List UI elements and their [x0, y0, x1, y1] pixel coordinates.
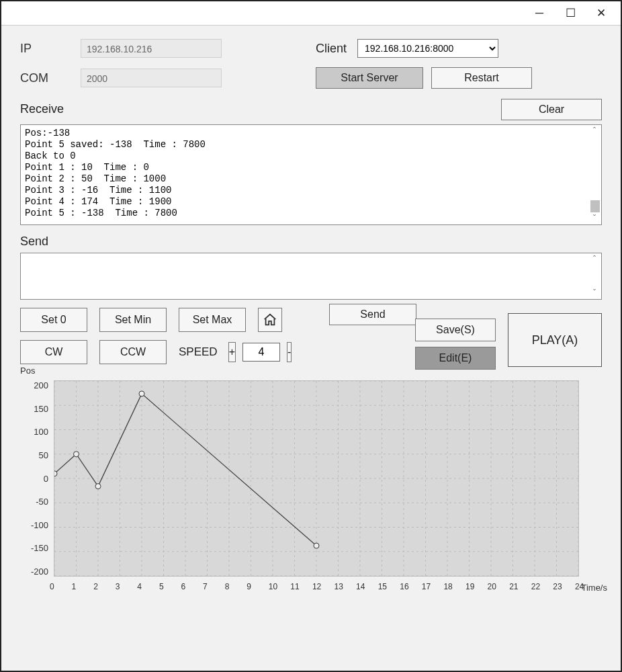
scroll-thumb[interactable] [590, 200, 600, 212]
button-bar: Send Set 0 Set Min Set Max CW CCW SPEED … [20, 308, 602, 364]
clear-button[interactable]: Clear [501, 99, 602, 120]
svg-point-38 [314, 543, 319, 548]
svg-point-36 [95, 484, 101, 489]
receive-scrollbar[interactable]: ˆ ˇ [588, 125, 601, 224]
send-label: Send [20, 235, 602, 249]
home-icon [263, 312, 277, 327]
send-box: ˆ ˇ [20, 253, 602, 300]
restart-button[interactable]: Restart [431, 67, 532, 89]
save-edit-stack: Save(S) Edit(E) [415, 319, 496, 370]
cw-button[interactable]: CW [20, 340, 87, 364]
send-textarea[interactable] [21, 253, 588, 299]
com-label: COM [20, 71, 81, 85]
content-area: IP 192.168.10.216 Client 192.168.10.216:… [1, 26, 621, 671]
minimize-button[interactable]: ─ [524, 3, 555, 24]
client-select[interactable]: 192.168.10.216:8000 [357, 39, 498, 58]
chart-plot [54, 380, 579, 577]
com-field: 2000 [81, 69, 222, 87]
left-button-grid: Set 0 Set Min Set Max CW CCW SPEED + - [20, 308, 285, 364]
receive-label: Receive [20, 102, 64, 116]
titlebar: ─ ☐ ✕ [1, 1, 621, 26]
set-max-button[interactable]: Set Max [179, 308, 246, 332]
chart-yticks: 200150100500-50-100-150-200 [20, 380, 48, 577]
edit-button[interactable]: Edit(E) [415, 347, 496, 370]
scroll-up-icon[interactable]: ˆ [593, 255, 596, 264]
svg-point-35 [74, 452, 79, 457]
scroll-down-icon[interactable]: ˇ [593, 214, 596, 223]
chart-ylabel: Pos [20, 366, 35, 376]
start-server-button[interactable]: Start Server [316, 67, 423, 89]
play-button[interactable]: PLAY(A) [508, 313, 602, 367]
row-ip-client: IP 192.168.10.216 Client 192.168.10.216:… [20, 39, 602, 58]
send-scrollbar[interactable]: ˆ ˇ [588, 253, 601, 299]
app-window: ─ ☐ ✕ IP 192.168.10.216 Client 192.168.1… [0, 0, 622, 672]
chart: Pos 200150100500-50-100-150-200 01234567… [20, 378, 602, 593]
speed-label: SPEED [179, 345, 218, 359]
ccw-button[interactable]: CCW [99, 340, 167, 364]
maximize-button[interactable]: ☐ [555, 3, 586, 24]
svg-point-34 [54, 471, 57, 476]
speed-group: SPEED + - [179, 342, 285, 362]
svg-point-37 [139, 391, 144, 396]
close-button[interactable]: ✕ [586, 3, 617, 24]
receive-box: ˆ ˇ [20, 124, 602, 225]
home-button[interactable] [258, 308, 282, 332]
save-button[interactable]: Save(S) [415, 319, 496, 341]
chart-svg [54, 381, 578, 576]
set-min-button[interactable]: Set Min [99, 308, 167, 332]
chart-xticks: 0123456789101112131415161718192021222324 [54, 582, 579, 591]
receive-header: Receive Clear [20, 98, 602, 120]
speed-plus-button[interactable]: + [228, 342, 236, 362]
ip-field: 192.168.10.216 [81, 39, 222, 58]
ip-label: IP [20, 42, 81, 56]
row-com-server: COM 2000 Start Server Restart [20, 67, 602, 89]
speed-minus-button[interactable]: - [287, 342, 292, 362]
chart-xlabel: Time/s [581, 583, 607, 593]
right-column: Save(S) Edit(E) PLAY(A) [415, 294, 602, 370]
receive-textarea[interactable] [21, 125, 588, 224]
send-button[interactable]: Send [329, 304, 416, 325]
scroll-up-icon[interactable]: ˆ [593, 126, 596, 136]
client-label: Client [316, 42, 347, 56]
speed-input[interactable] [242, 343, 280, 362]
set0-button[interactable]: Set 0 [20, 308, 87, 332]
